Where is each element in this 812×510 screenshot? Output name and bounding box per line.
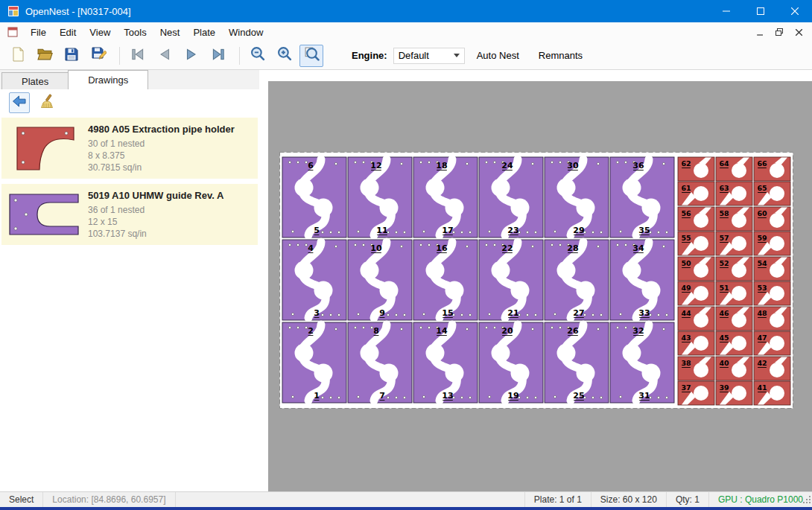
svg-text:34: 34 [632, 243, 644, 253]
svg-text:13: 13 [442, 391, 453, 401]
nest-canvas[interactable]: 6512111817242330293635431091615222128273… [259, 70, 812, 491]
clear-nest-button[interactable] [37, 92, 58, 113]
svg-text:65: 65 [757, 184, 767, 192]
remnants-button[interactable]: Remnants [531, 45, 590, 66]
svg-text:15: 15 [442, 308, 453, 318]
svg-text:3: 3 [314, 308, 320, 318]
save-as-button[interactable] [86, 45, 110, 67]
svg-text:8: 8 [373, 326, 379, 336]
window-title: OpenNest - [N0317-004] [25, 6, 131, 17]
drawings-toolbar [0, 89, 259, 116]
tab-drawings[interactable]: Drawings [68, 70, 148, 89]
drawing-item-uhmw-guide[interactable]: 5019 A10 UHMW guide Rev. A 36 of 1 neste… [1, 184, 258, 245]
drawing-list: 4980 A05 Extraction pipe holder 30 of 1 … [0, 116, 259, 491]
save-floppy-icon [64, 47, 79, 65]
save-as-icon [91, 46, 107, 65]
zoom-in-button[interactable] [273, 45, 296, 67]
svg-text:48: 48 [757, 309, 767, 317]
broom-icon [40, 94, 55, 112]
open-folder-icon [37, 46, 53, 65]
main-toolbar: Engine: Default Auto Nest Remnants [0, 42, 812, 70]
drawing-area: 30.7815 sq/in [88, 162, 253, 173]
first-plate-button[interactable] [126, 45, 150, 67]
menu-edit[interactable]: Edit [53, 25, 83, 40]
svg-text:63: 63 [719, 184, 729, 192]
drawing-item-pipe-holder[interactable]: 4980 A05 Extraction pipe holder 30 of 1 … [1, 118, 258, 179]
drawing-size: 12 x 15 [88, 216, 253, 228]
svg-text:41: 41 [757, 383, 767, 392]
svg-text:35: 35 [638, 226, 650, 235]
svg-text:36: 36 [632, 161, 644, 170]
auto-nest-button[interactable]: Auto Nest [469, 45, 527, 66]
menu-view[interactable]: View [83, 25, 117, 40]
part-thumbnail-purple [6, 191, 82, 238]
app-icon [7, 5, 19, 17]
zoom-out-button[interactable] [246, 45, 270, 67]
engine-select[interactable]: Default [393, 48, 465, 64]
svg-text:16: 16 [436, 243, 448, 253]
svg-text:26: 26 [567, 326, 579, 336]
svg-text:12: 12 [370, 161, 381, 170]
title-bar: OpenNest - [N0317-004] [0, 0, 812, 22]
next-plate-button[interactable] [180, 45, 203, 67]
svg-text:14: 14 [436, 326, 448, 336]
status-size: Size: 60 x 120 [591, 492, 666, 507]
menu-bar: File Edit View Tools Nest Plate Window [0, 22, 812, 42]
new-file-icon [10, 47, 25, 65]
svg-text:44: 44 [681, 309, 691, 317]
mdi-minimize-button[interactable] [751, 25, 769, 39]
return-to-plate-button[interactable] [9, 92, 30, 113]
svg-text:38: 38 [681, 359, 691, 367]
svg-text:6: 6 [308, 161, 314, 170]
last-plate-button[interactable] [206, 45, 230, 67]
save-button[interactable] [60, 45, 83, 67]
svg-text:66: 66 [757, 159, 767, 168]
mdi-restore-button[interactable] [770, 25, 788, 39]
svg-text:19: 19 [507, 391, 518, 401]
svg-text:24: 24 [501, 161, 513, 170]
svg-text:33: 33 [638, 308, 650, 318]
status-gpu: GPU : Quadro P1000 [708, 492, 812, 507]
engine-selected-value: Default [399, 50, 454, 61]
svg-text:28: 28 [567, 243, 578, 253]
maximize-button[interactable] [743, 0, 778, 22]
document-icon[interactable] [7, 27, 18, 37]
menu-tools[interactable]: Tools [117, 25, 153, 40]
menu-nest[interactable]: Nest [153, 25, 187, 40]
zoom-fit-button[interactable] [299, 45, 323, 67]
svg-text:64: 64 [719, 159, 729, 168]
zoom-in-icon [277, 46, 293, 65]
open-button[interactable] [33, 45, 57, 67]
svg-text:58: 58 [719, 209, 729, 217]
nest-plate-svg[interactable]: 6512111817242330293635431091615222128273… [279, 152, 793, 409]
svg-text:25: 25 [573, 391, 584, 401]
first-arrow-icon [130, 46, 146, 66]
svg-text:56: 56 [681, 209, 691, 217]
svg-text:59: 59 [757, 234, 767, 242]
part-thumbnail-red [6, 125, 82, 171]
menu-file[interactable]: File [24, 25, 53, 40]
svg-text:11: 11 [376, 226, 387, 235]
left-panel: Plates Drawings [0, 70, 259, 491]
svg-text:1: 1 [314, 391, 320, 401]
menu-plate[interactable]: Plate [186, 25, 222, 40]
drawing-nested-count: 30 of 1 nested [88, 138, 253, 150]
tab-strip: Plates Drawings [0, 70, 259, 89]
svg-text:2: 2 [308, 326, 314, 336]
new-button[interactable] [6, 45, 30, 67]
mdi-close-button[interactable] [790, 25, 808, 39]
minimize-button[interactable] [709, 0, 743, 22]
tab-plates[interactable]: Plates [1, 72, 69, 89]
svg-text:39: 39 [719, 383, 729, 392]
resize-grip-icon[interactable] [802, 495, 811, 506]
close-button[interactable] [778, 0, 812, 22]
svg-text:5: 5 [314, 226, 320, 235]
svg-text:10: 10 [370, 243, 382, 253]
menu-window[interactable]: Window [222, 25, 270, 40]
toolbar-separator [119, 47, 120, 65]
blue-left-arrow-icon [12, 94, 27, 112]
svg-text:18: 18 [436, 161, 447, 170]
previous-plate-button[interactable] [153, 45, 177, 67]
toolbar-separator [239, 47, 240, 65]
drawing-size: 8 x 8.375 [88, 150, 253, 162]
